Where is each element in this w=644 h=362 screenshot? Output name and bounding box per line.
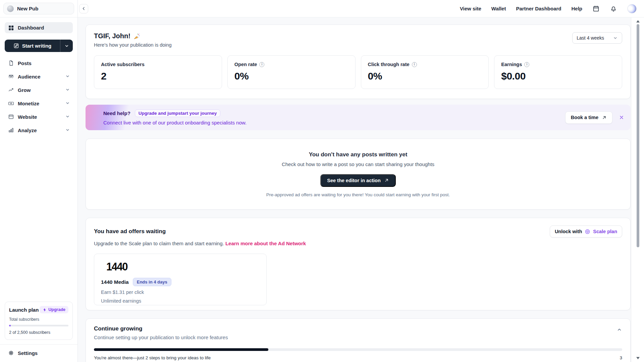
people-icon: [8, 73, 14, 80]
topbar: View site Wallet Partner Dashboard Help: [78, 0, 644, 17]
chevron-left-icon: [82, 6, 86, 11]
trending-up-icon: [8, 87, 14, 93]
info-icon[interactable]: i: [524, 62, 529, 67]
unlock-scale-plan-button[interactable]: Unlock with Scale plan: [550, 225, 622, 238]
stat-value: $0.00: [501, 70, 615, 82]
ad-offers-card: You have ad offers waiting Unlock with S…: [86, 218, 631, 310]
app-window: New Pub Dashboard Start writing: [0, 0, 644, 362]
need-help-banner: Need help? Upgrade and jumpstart your jo…: [86, 105, 631, 130]
overview-card: TGIF, John! Here's how your publication …: [86, 24, 631, 99]
arrow-up-right-icon: [602, 115, 607, 120]
chevron-up-icon[interactable]: [616, 327, 622, 332]
sidebar-item-grow[interactable]: Grow: [5, 83, 73, 97]
page-subtitle: Here's how your publication is doing: [94, 42, 172, 48]
notifications-bell-icon[interactable]: [610, 5, 617, 12]
browser-window-icon: [8, 114, 14, 120]
sidebar-collapse-button[interactable]: [79, 4, 88, 13]
info-icon[interactable]: i: [412, 62, 417, 67]
growing-steps-count: 3: [620, 355, 622, 360]
stats-row: Active subscribers 2 Open ratei 0% Click…: [94, 55, 622, 89]
publication-switcher[interactable]: New Pub: [3, 3, 74, 14]
document-icon: [8, 60, 14, 66]
stat-card-active-subscribers: Active subscribers 2: [94, 55, 222, 89]
continue-growing-title: Continue growing: [94, 325, 622, 332]
dashboard-grid-icon: [8, 25, 14, 31]
chevron-down-icon: [65, 101, 70, 106]
chevron-down-icon: [65, 87, 70, 92]
ad-offers-subtitle: Upgrade to the Scale plan to claim them …: [94, 241, 224, 246]
start-writing-dropdown-button[interactable]: [60, 40, 73, 52]
scrollbar-down-arrow[interactable]: [636, 357, 640, 359]
scrollbar-up-arrow[interactable]: [636, 20, 640, 22]
greeting-text: TGIF, John!: [94, 32, 130, 40]
stat-label: Active subscribers: [101, 62, 145, 67]
plan-usage-card: Launch plan Upgrade Total subscribers 2 …: [5, 302, 73, 340]
stat-card-earnings: Earningsi $0.00: [494, 55, 622, 89]
sidebar-item-dashboard[interactable]: Dashboard: [5, 22, 73, 33]
banner-upgrade-badge: Upgrade and jumpstart your journey: [135, 109, 220, 117]
stat-card-open-rate: Open ratei 0%: [227, 55, 356, 89]
sidebar-item-label: Posts: [18, 60, 32, 66]
help-link[interactable]: Help: [571, 6, 582, 11]
scale-plan-label: Scale plan: [593, 229, 617, 234]
info-icon[interactable]: i: [259, 62, 264, 67]
start-writing-button[interactable]: Start writing: [5, 40, 73, 52]
stat-value: 0%: [368, 70, 482, 82]
sidebar-item-settings[interactable]: Settings: [0, 345, 77, 362]
plan-usage-text: 2 of 2,500 subscribers: [9, 330, 68, 335]
chevron-down-icon: [65, 127, 70, 133]
sidebar-item-audience[interactable]: Audience: [5, 70, 73, 83]
pencil-square-icon: [13, 43, 19, 49]
banner-description: Connect live with one of our product onb…: [103, 120, 247, 125]
plan-meter-label: Total subscribers: [9, 317, 68, 322]
scrollbar-thumb[interactable]: [637, 24, 639, 247]
unlock-prefix: Unlock with: [555, 229, 582, 234]
user-avatar[interactable]: [627, 4, 637, 13]
sidebar-nav: Dashboard Start writing: [0, 17, 77, 137]
wallet-link[interactable]: Wallet: [491, 6, 506, 11]
empty-posts-card: You don't have any posts written yet Che…: [86, 139, 631, 210]
growing-progress-fill: [94, 348, 268, 351]
plan-progress-bar: [9, 325, 68, 326]
see-editor-button[interactable]: See the editor in action: [320, 174, 396, 187]
chevron-down-icon: [613, 36, 618, 41]
sidebar-item-website[interactable]: Website: [5, 110, 73, 123]
publication-name: New Pub: [17, 6, 38, 11]
sidebar-item-label: Analyze: [18, 127, 37, 133]
growing-status-text: You're almost there—just 2 steps to brin…: [94, 355, 211, 360]
sidebar-item-label: Monetize: [18, 101, 39, 106]
gear-icon: [8, 350, 14, 356]
book-a-time-button[interactable]: Book a time: [565, 111, 612, 124]
close-icon[interactable]: [618, 114, 625, 121]
sidebar-item-analyze[interactable]: Analyze: [5, 123, 73, 137]
advertiser-name: 1440 Media: [101, 279, 129, 285]
offer-ends-badge: Ends in 4 days: [133, 278, 171, 286]
start-writing-label: Start writing: [22, 43, 52, 49]
ad-network-link[interactable]: Learn more about the Ad Network: [225, 241, 306, 246]
banner-title: Need help?: [103, 110, 130, 116]
party-popper-emoji: [133, 33, 140, 40]
date-range-value: Last 4 weeks: [577, 35, 604, 41]
chevron-down-icon: [65, 114, 70, 119]
ad-offer-tile[interactable]: 1440 1440 Media Ends in 4 days Earn $1.3…: [94, 254, 267, 305]
settings-label: Settings: [18, 350, 38, 356]
book-a-time-label: Book a time: [571, 115, 598, 120]
plan-progress-fill: [9, 325, 11, 326]
view-site-link[interactable]: View site: [460, 6, 481, 11]
topbar-nav: View site Wallet Partner Dashboard Help: [460, 4, 637, 13]
scale-plan-target-icon: [585, 229, 590, 235]
publication-avatar: [7, 5, 14, 12]
date-range-select[interactable]: Last 4 weeks: [572, 32, 622, 44]
main-content: TGIF, John! Here's how your publication …: [78, 17, 631, 362]
chevron-down-icon: [65, 74, 70, 79]
partner-dashboard-link[interactable]: Partner Dashboard: [516, 6, 561, 11]
sidebar-item-posts[interactable]: Posts: [5, 56, 73, 70]
calendar-icon[interactable]: [592, 5, 600, 12]
plan-name: Launch plan: [9, 307, 39, 313]
continue-growing-card: Continue growing Continue setting up you…: [86, 318, 631, 362]
offer-rate: Earn $1.31 per click: [101, 290, 260, 295]
stat-label: Click through rate: [368, 62, 410, 67]
upgrade-button[interactable]: Upgrade: [40, 306, 68, 313]
chevron-down-icon: [64, 44, 69, 48]
sidebar-item-monetize[interactable]: Monetize: [5, 97, 73, 110]
